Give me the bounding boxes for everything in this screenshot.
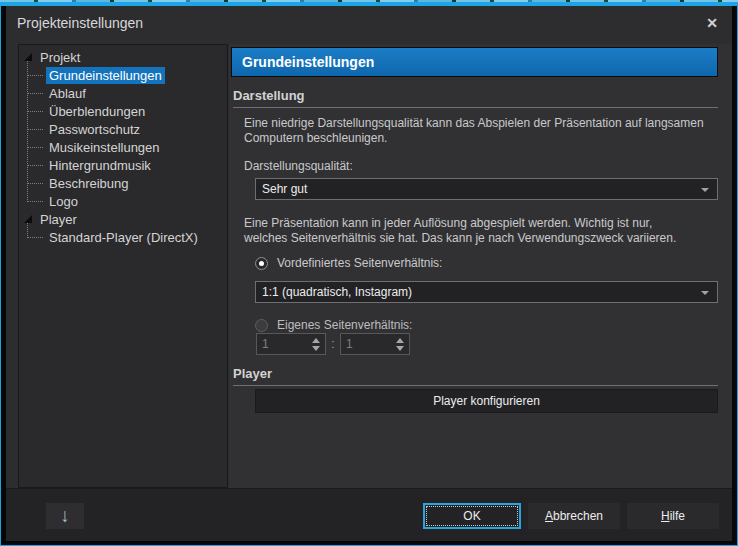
collapse-dialog-button[interactable]: ↓ <box>46 503 84 529</box>
ok-button[interactable]: OK <box>423 503 521 529</box>
close-icon[interactable]: ✕ <box>702 13 722 33</box>
tree-item-ueberblendungen[interactable]: Überblendungen <box>19 102 227 120</box>
tree-item-hintergrundmusik[interactable]: Hintergrundmusik <box>19 156 227 174</box>
tree-item-ablauf[interactable]: Ablauf <box>19 84 227 102</box>
predefined-aspect-radio-row: Vordefiniertes Seitenverhältnis: <box>255 256 442 270</box>
ok-button-label: OK <box>463 509 480 523</box>
tree-item-label: Passwortschutz <box>46 121 143 138</box>
tree-item-label: Standard-Player (DirectX) <box>46 229 201 246</box>
stepper-arrows[interactable] <box>396 334 404 354</box>
aspect-ratio-description: Eine Präsentation kann in jeder Auflösun… <box>244 216 690 246</box>
chevron-down-icon <box>701 291 709 295</box>
arrow-down-icon[interactable] <box>396 346 404 351</box>
cancel-button[interactable]: Abbrechen <box>528 503 620 529</box>
arrow-up-icon[interactable] <box>396 338 404 343</box>
tree-item-label: Player <box>37 211 80 228</box>
section-heading-darstellung: Darstellung <box>233 88 718 108</box>
tree-expanded-icon[interactable] <box>23 214 33 224</box>
tree-item-player[interactable]: Player <box>19 210 227 228</box>
help-button-label: Hilfe <box>661 509 685 523</box>
arrow-down-icon[interactable] <box>312 346 320 351</box>
custom-aspect-inputs: : <box>256 333 410 355</box>
aspect-width-stepper[interactable] <box>256 333 326 355</box>
arrow-up-icon[interactable] <box>312 338 320 343</box>
tree-item-label: Überblendungen <box>46 103 148 120</box>
predefined-aspect-radio[interactable] <box>255 257 268 270</box>
tree-item-label: Beschreibung <box>46 175 132 192</box>
predefined-aspect-dropdown-value: 1:1 (quadratisch, Instagram) <box>262 285 412 299</box>
tree-item-passwortschutz[interactable]: Passwortschutz <box>19 120 227 138</box>
tree-item-label: Grundeinstellungen <box>46 67 165 84</box>
quality-description: Eine niedrige Darstellungsqualität kann … <box>244 116 714 146</box>
predefined-aspect-label: Vordefiniertes Seitenverhältnis: <box>277 256 442 270</box>
titlebar: Projekteinstellungen ✕ <box>6 6 732 42</box>
quality-dropdown[interactable]: Sehr gut <box>255 178 718 200</box>
tree-item-label: Ablauf <box>46 85 89 102</box>
tree-item-label: Projekt <box>37 49 83 66</box>
custom-aspect-radio-row: Eigenes Seitenverhältnis: <box>255 318 412 332</box>
down-arrow-icon: ↓ <box>60 505 70 526</box>
custom-aspect-radio[interactable] <box>255 319 268 332</box>
tree-item-logo[interactable]: Logo <box>19 192 227 210</box>
content-panel: Grundeinstellungen Darstellung Eine nied… <box>229 44 732 488</box>
tree-expanded-icon[interactable] <box>23 52 33 62</box>
help-button[interactable]: Hilfe <box>627 503 719 529</box>
quality-label: Darstellungsqualität: <box>244 159 353 173</box>
screen: Projekteinstellungen ✕ Projekt Grundeins… <box>0 0 738 546</box>
settings-tree: Projekt Grundeinstellungen Ablauf Überbl… <box>18 44 228 488</box>
tree-item-label: Musikeinstellungen <box>46 139 163 156</box>
tree-item-standard-player[interactable]: Standard-Player (DirectX) <box>19 228 227 246</box>
project-settings-dialog: Projekteinstellungen ✕ Projekt Grundeins… <box>6 6 732 541</box>
section-heading-player: Player <box>233 366 718 386</box>
tree-item-label: Hintergrundmusik <box>46 157 154 174</box>
footer-buttons: OK Abbrechen Hilfe <box>423 503 719 529</box>
page-title: Grundeinstellungen <box>231 47 718 77</box>
tree-item-projekt[interactable]: Projekt <box>19 48 227 66</box>
stepper-arrows[interactable] <box>312 334 320 354</box>
custom-aspect-label: Eigenes Seitenverhältnis: <box>277 318 412 332</box>
tree-item-musikeinstellungen[interactable]: Musikeinstellungen <box>19 138 227 156</box>
configure-player-button[interactable]: Player konfigurieren <box>255 389 718 413</box>
chevron-down-icon <box>701 188 709 192</box>
tree-item-label: Logo <box>46 193 81 210</box>
window-title: Projekteinstellungen <box>17 15 143 31</box>
footer: ↓ OK Abbrechen Hilfe <box>6 488 732 541</box>
predefined-aspect-dropdown[interactable]: 1:1 (quadratisch, Instagram) <box>255 281 718 303</box>
aspect-height-stepper[interactable] <box>340 333 410 355</box>
cancel-button-label: Abbrechen <box>545 509 603 523</box>
ratio-separator: : <box>326 337 340 351</box>
quality-dropdown-value: Sehr gut <box>262 182 307 196</box>
tree-item-beschreibung[interactable]: Beschreibung <box>19 174 227 192</box>
tree-item-grundeinstellungen[interactable]: Grundeinstellungen <box>19 66 227 84</box>
